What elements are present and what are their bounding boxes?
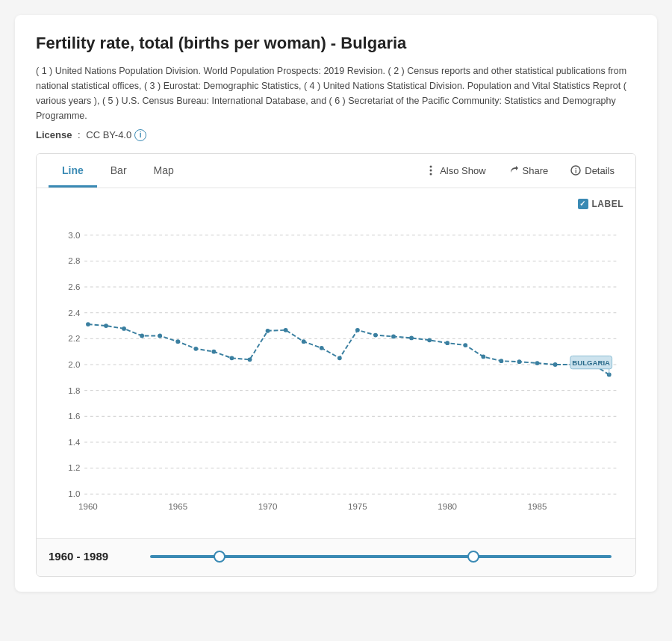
svg-point-36: [140, 333, 144, 338]
slider-wrap[interactable]: [150, 549, 612, 564]
svg-text:2.2: 2.2: [68, 334, 80, 343]
chart-svg-wrap: 3.0 2.8 2.6 2.4 2.2 2.0 1.8 1.6 1.4 1.2 …: [49, 200, 623, 529]
also-show-icon: [426, 165, 436, 176]
svg-point-55: [481, 354, 485, 359]
details-label: Details: [585, 165, 615, 176]
description: ( 1 ) United Nations Population Division…: [36, 64, 636, 123]
svg-text:1.6: 1.6: [68, 412, 80, 421]
svg-text:1965: 1965: [168, 502, 187, 511]
details-button[interactable]: i Details: [561, 161, 623, 181]
svg-text:1.4: 1.4: [68, 437, 81, 446]
chart-area: LABEL: [37, 188, 635, 538]
svg-text:2.8: 2.8: [68, 256, 80, 265]
share-label: Share: [523, 165, 549, 176]
page-title: Fertility rate, total (births per woman)…: [36, 33, 636, 55]
svg-point-37: [158, 333, 162, 338]
svg-point-54: [463, 343, 467, 347]
svg-point-48: [355, 328, 360, 332]
range-label: 1960 - 1989: [49, 550, 138, 563]
svg-text:1980: 1980: [438, 502, 457, 511]
tab-bar[interactable]: Bar: [97, 154, 140, 188]
also-show-button[interactable]: Also Show: [417, 161, 494, 181]
svg-point-57: [517, 359, 522, 364]
license-info-icon[interactable]: i: [134, 129, 146, 141]
svg-point-44: [284, 328, 288, 332]
tabs: Line Bar Map: [49, 154, 187, 188]
svg-point-49: [373, 332, 378, 337]
svg-text:BULGARIA: BULGARIA: [572, 359, 610, 367]
chart-card: Line Bar Map Also Show Shar: [36, 153, 636, 577]
license-value: CC BY-4.0: [86, 129, 131, 140]
svg-point-40: [211, 349, 216, 353]
svg-point-42: [248, 357, 252, 362]
license-label: License: [36, 129, 72, 140]
svg-point-41: [230, 356, 234, 360]
svg-point-43: [266, 328, 270, 332]
svg-point-59: [553, 362, 558, 367]
svg-text:1.2: 1.2: [68, 463, 80, 472]
license-separator: :: [75, 129, 83, 140]
slider-handle-left[interactable]: [214, 551, 225, 563]
svg-point-38: [175, 339, 180, 344]
svg-text:1.8: 1.8: [68, 385, 80, 394]
svg-text:2.6: 2.6: [68, 282, 80, 291]
toolbar-right: Also Show Share i Details: [417, 161, 623, 181]
svg-point-2: [430, 173, 432, 176]
svg-text:1960: 1960: [78, 502, 98, 511]
svg-text:1975: 1975: [348, 502, 367, 511]
svg-text:2.0: 2.0: [68, 359, 80, 368]
svg-text:1970: 1970: [258, 502, 278, 511]
share-button[interactable]: Share: [500, 161, 558, 181]
range-row: 1960 - 1989: [37, 538, 635, 576]
svg-text:1985: 1985: [528, 502, 547, 511]
svg-point-52: [427, 338, 432, 342]
svg-point-39: [193, 347, 198, 351]
svg-text:1.0: 1.0: [68, 489, 80, 498]
license-row: License : CC BY-4.0 i: [36, 129, 636, 141]
svg-point-58: [535, 361, 540, 365]
svg-point-50: [391, 334, 396, 338]
also-show-label: Also Show: [440, 165, 485, 176]
line-chart: 3.0 2.8 2.6 2.4 2.2 2.0 1.8 1.6 1.4 1.2 …: [49, 200, 623, 529]
share-icon: [508, 165, 519, 176]
tabs-toolbar: Line Bar Map Also Show Shar: [37, 154, 635, 188]
tab-line[interactable]: Line: [49, 154, 97, 188]
slider-track: [150, 555, 612, 558]
details-icon: i: [570, 165, 581, 176]
svg-point-35: [122, 326, 126, 331]
svg-point-53: [445, 341, 449, 345]
svg-text:i: i: [575, 167, 577, 175]
tab-map[interactable]: Map: [140, 154, 187, 188]
svg-point-47: [337, 356, 342, 360]
svg-point-56: [499, 359, 503, 363]
svg-point-0: [430, 166, 432, 168]
svg-point-45: [302, 339, 306, 344]
slider-handle-right[interactable]: [467, 551, 479, 563]
svg-text:3.0: 3.0: [68, 230, 80, 239]
svg-point-46: [320, 346, 324, 350]
svg-point-51: [409, 335, 414, 340]
svg-point-34: [104, 323, 108, 328]
svg-point-33: [86, 322, 90, 326]
svg-text:2.4: 2.4: [68, 308, 81, 317]
svg-point-1: [430, 170, 432, 172]
main-container: Fertility rate, total (births per woman)…: [15, 15, 657, 592]
